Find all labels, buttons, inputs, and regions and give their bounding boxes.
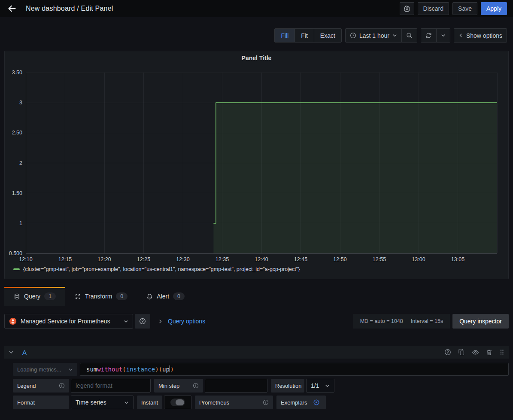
database-icon	[14, 293, 20, 300]
display-mode-fill[interactable]: Fill	[275, 29, 295, 42]
toggle-track	[170, 399, 185, 406]
svg-text:12:30: 12:30	[176, 256, 189, 262]
svg-text:12:50: 12:50	[333, 256, 346, 262]
edit-panel-tabs: Query 1 Transform 0 Alert 0	[4, 287, 194, 306]
min-step-chip: Min step	[154, 379, 203, 393]
display-mode-group: Fill Fit Exact	[274, 28, 341, 43]
show-options-label: Show options	[466, 32, 502, 39]
datasource-type-label: Prometheus	[199, 399, 229, 406]
svg-text:13:05: 13:05	[451, 256, 464, 262]
panel-toolbar: Fill Fit Exact Last 1 hour	[0, 28, 507, 43]
legend-label: Legend	[17, 383, 36, 389]
query-inspector-button[interactable]: Query inspector	[452, 314, 509, 329]
tab-alert[interactable]: Alert 0	[137, 287, 194, 306]
query-options-row-1: Legend Min step Resolution 1/1	[13, 379, 509, 393]
svg-text:12:20: 12:20	[97, 256, 111, 262]
refresh-button[interactable]	[421, 29, 437, 42]
bell-icon	[146, 293, 153, 300]
format-chip: Format	[13, 396, 69, 409]
tab-query-label: Query	[24, 293, 40, 300]
svg-text:1.50: 1.50	[12, 190, 22, 196]
display-mode-exact[interactable]: Exact	[314, 29, 341, 42]
svg-text:12:55: 12:55	[373, 256, 386, 262]
tab-transform[interactable]: Transform 0	[65, 287, 137, 306]
top-nav-bar: New dashboard / Edit Panel Discard Save …	[0, 0, 513, 17]
save-button[interactable]: Save	[452, 2, 477, 15]
time-range-picker[interactable]: Last 1 hour	[346, 29, 402, 42]
datasource-picker[interactable]: Managed Service for Prometheus	[4, 314, 133, 329]
query-options-expander[interactable]: Query options	[158, 318, 205, 325]
panel-settings-gear-button[interactable]	[400, 2, 414, 15]
refresh-icon	[425, 32, 432, 39]
chevron-down-icon	[68, 367, 73, 372]
svg-text:3.50: 3.50	[12, 70, 22, 76]
tab-transform-count-badge: 0	[116, 292, 127, 300]
show-options-group: Show options	[454, 28, 507, 43]
exemplars-eye-icon[interactable]	[313, 399, 320, 406]
show-options-button[interactable]: Show options	[454, 29, 507, 42]
gear-icon	[404, 5, 410, 12]
format-value: Time series	[76, 399, 106, 406]
info-circle-icon[interactable]	[263, 399, 269, 405]
refresh-group	[421, 28, 450, 43]
refresh-interval-dropdown[interactable]	[437, 29, 450, 42]
zoom-out-icon	[406, 32, 413, 39]
back-arrow-icon[interactable]	[6, 3, 18, 15]
help-circle-icon	[139, 318, 146, 325]
format-select[interactable]: Time series	[71, 396, 134, 409]
query-help-icon[interactable]	[444, 349, 451, 356]
svg-text:12:25: 12:25	[137, 256, 150, 262]
drag-handle-icon[interactable]	[499, 349, 504, 356]
datasource-help-button[interactable]	[135, 314, 150, 329]
exemplars-chip: Exemplars	[276, 396, 326, 409]
info-circle-icon[interactable]	[193, 383, 199, 389]
instant-label: Instant	[141, 399, 158, 406]
disable-query-eye-icon[interactable]	[472, 349, 479, 356]
interval-text: Interval = 15s	[411, 318, 443, 324]
discard-button[interactable]: Discard	[418, 2, 449, 15]
datasource-bar: Managed Service for Prometheus Query opt…	[4, 313, 509, 329]
chevron-left-icon	[458, 33, 463, 38]
min-step-input[interactable]	[205, 379, 267, 393]
instant-toggle[interactable]	[164, 396, 191, 409]
legend-format-input[interactable]	[71, 379, 151, 393]
toggle-knob	[176, 399, 184, 405]
chevron-down-icon	[124, 319, 128, 324]
chart-legend-item[interactable]: {cluster="gmp-test", job="prom-example",…	[13, 266, 300, 272]
svg-text:12:35: 12:35	[216, 256, 229, 262]
instant-chip: Instant	[137, 396, 162, 409]
prometheus-logo-icon	[9, 317, 17, 325]
promql-expression-input[interactable]: sum without(instance) (up)	[80, 363, 509, 376]
chevron-down-icon	[441, 33, 446, 38]
datasource-name: Managed Service for Prometheus	[21, 318, 120, 325]
time-series-chart[interactable]: 12:1012:1512:2012:2512:3012:3512:4012:45…	[5, 51, 508, 279]
info-circle-icon[interactable]	[59, 383, 65, 389]
resolution-select[interactable]: 1/1	[306, 379, 334, 393]
delete-query-trash-icon[interactable]	[486, 349, 492, 356]
format-label: Format	[17, 399, 35, 406]
resolution-chip: Resolution	[271, 379, 304, 393]
legend-series-label: {cluster="gmp-test", job="prom-example",…	[23, 266, 300, 272]
collapse-chevron-icon[interactable]	[9, 350, 14, 355]
tab-query-count-badge: 1	[44, 292, 56, 300]
query-editor-row: Loading metrics... sum without(instance)…	[13, 363, 509, 376]
svg-text:12:45: 12:45	[294, 256, 307, 262]
metric-select[interactable]: Loading metrics...	[13, 363, 77, 376]
duplicate-query-icon[interactable]	[458, 349, 465, 356]
svg-text:12:15: 12:15	[58, 256, 72, 262]
tab-transform-label: Transform	[85, 293, 112, 300]
tab-query[interactable]: Query 1	[4, 287, 65, 306]
chevron-right-icon	[158, 319, 163, 324]
time-picker-group: Last 1 hour	[345, 28, 417, 43]
svg-text:13:00: 13:00	[412, 256, 425, 262]
svg-text:0.500: 0.500	[9, 250, 22, 256]
query-row-header[interactable]: A	[4, 346, 509, 359]
query-ref-id: A	[22, 349, 27, 356]
svg-text:2: 2	[19, 160, 22, 166]
zoom-out-button[interactable]	[402, 29, 417, 42]
panel-preview: Panel Title 12:1012:1512:2012:2512:3012:…	[4, 51, 509, 279]
tab-alert-count-badge: 0	[173, 292, 185, 300]
display-mode-fit[interactable]: Fit	[295, 29, 314, 42]
apply-button[interactable]: Apply	[481, 2, 507, 15]
chevron-down-icon	[124, 400, 129, 405]
